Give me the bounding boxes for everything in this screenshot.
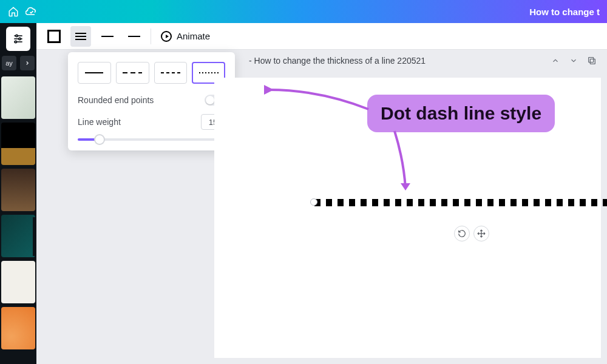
line-style-button[interactable] bbox=[70, 26, 91, 47]
move-handle-icon[interactable] bbox=[473, 226, 489, 241]
cloud-sync-icon[interactable] bbox=[25, 5, 38, 18]
animate-icon bbox=[161, 31, 172, 42]
line-weight-slider[interactable] bbox=[78, 138, 225, 141]
selected-line-element[interactable] bbox=[314, 199, 607, 206]
document-title: How to change t bbox=[529, 7, 600, 17]
line-weight-label: Line weight bbox=[78, 117, 121, 127]
animate-label: Animate bbox=[177, 31, 210, 41]
category-chip[interactable]: ay bbox=[2, 56, 16, 70]
template-thumbnail-list[interactable] bbox=[1, 76, 35, 349]
svg-point-3 bbox=[16, 35, 18, 36]
rounded-endpoints-label: Rounded end points bbox=[78, 95, 154, 105]
left-sidebar: ay bbox=[0, 23, 36, 364]
chevron-right-icon[interactable] bbox=[20, 56, 35, 70]
template-thumbnail[interactable] bbox=[1, 169, 35, 211]
rotate-handle-icon[interactable] bbox=[454, 226, 470, 241]
line-style-dash[interactable] bbox=[116, 62, 149, 84]
template-thumbnail[interactable] bbox=[1, 261, 35, 303]
toolbar-divider bbox=[151, 29, 151, 44]
line-start-button[interactable] bbox=[97, 26, 118, 47]
line-end-button[interactable] bbox=[124, 26, 144, 47]
svg-rect-7 bbox=[589, 58, 594, 62]
chevron-up-icon[interactable] bbox=[549, 54, 562, 67]
annotation-callout: Dot dash line style bbox=[367, 95, 555, 132]
main-area: Animate - How to change the thickness of… bbox=[36, 23, 607, 364]
template-thumbnail[interactable] bbox=[1, 123, 35, 165]
line-style-popover: Rounded end points Line weight bbox=[68, 52, 235, 150]
template-thumbnail[interactable] bbox=[1, 215, 35, 257]
animate-button[interactable]: Animate bbox=[157, 26, 214, 47]
template-thumbnail[interactable] bbox=[1, 76, 35, 119]
line-style-short-dash[interactable] bbox=[154, 62, 188, 84]
line-handle-left[interactable] bbox=[310, 198, 317, 206]
home-icon[interactable] bbox=[7, 5, 19, 18]
line-color-button[interactable] bbox=[44, 26, 64, 47]
chevron-down-icon[interactable] bbox=[567, 54, 580, 67]
svg-point-5 bbox=[15, 41, 16, 42]
template-thumbnail[interactable] bbox=[1, 307, 35, 349]
app-titlebar: How to change t bbox=[0, 0, 607, 23]
duplicate-page-icon[interactable] bbox=[585, 54, 599, 67]
svg-rect-6 bbox=[590, 59, 595, 64]
line-style-solid[interactable] bbox=[78, 62, 111, 84]
filter-button[interactable] bbox=[6, 27, 30, 51]
svg-point-4 bbox=[19, 38, 21, 39]
page-title: - How to change the thickness of a line … bbox=[249, 56, 426, 66]
context-toolbar: Animate bbox=[36, 23, 607, 50]
